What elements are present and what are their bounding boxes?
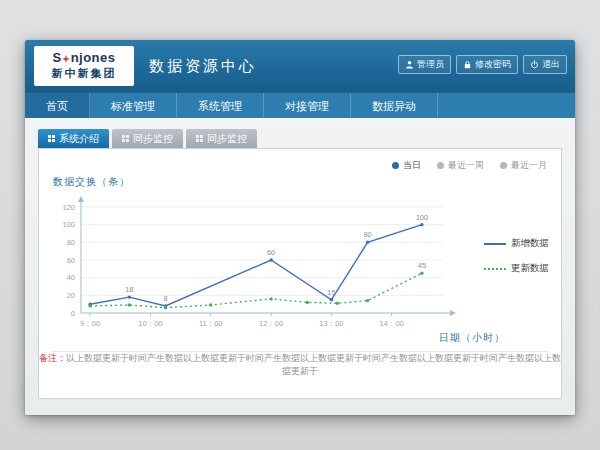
svg-text:18: 18	[125, 285, 133, 294]
lock-icon	[463, 60, 472, 69]
tab-sync-monitor-2[interactable]: 同步监控	[186, 129, 257, 148]
tab-label: 同步监控	[207, 129, 247, 148]
legend-dot	[437, 162, 444, 169]
svg-text:13：00: 13：00	[319, 319, 343, 328]
svg-text:12：00: 12：00	[259, 319, 283, 328]
svg-text:15: 15	[327, 288, 335, 297]
app-title: 数据资源中心	[149, 40, 257, 92]
svg-text:40: 40	[67, 273, 75, 282]
svg-text:100: 100	[416, 213, 429, 222]
filter-last-week[interactable]: 最近一周	[437, 159, 484, 172]
svg-text:60: 60	[67, 256, 75, 265]
grid-icon	[122, 135, 129, 142]
footnote-prefix: 备注：	[39, 353, 66, 363]
legend-update-data: 更新数据	[484, 262, 549, 275]
nav-item-home[interactable]: 首页	[25, 93, 90, 118]
y-axis-title: 数据交换（条）	[53, 175, 130, 189]
legend-new-data: 新增数据	[484, 237, 549, 250]
x-axis-title: 日期（小时）	[439, 331, 505, 345]
chart-panel: 当日 最近一周 最近一月 数据交换（条） 0204060801001209：00…	[38, 148, 562, 399]
main-nav: 首页 标准管理 系统管理 对接管理 数据异动	[25, 92, 575, 118]
legend-dot	[392, 162, 399, 169]
series-label: 新增数据	[511, 237, 549, 250]
svg-text:14：00: 14：00	[380, 319, 404, 328]
filter-label: 最近一周	[448, 159, 484, 172]
line-chart: 0204060801001209：0010：0011：0012：0013：001…	[51, 193, 481, 345]
logo-wordmark: Snjones	[34, 51, 134, 65]
logo-text-right: njones	[71, 50, 116, 65]
svg-text:11：00: 11：00	[199, 319, 223, 328]
nav-item-standard-mgmt[interactable]: 标准管理	[90, 93, 177, 118]
app-window: Snjones 新中新集团 数据资源中心 管理员 修改密码 退出 首页 标准管理…	[25, 40, 575, 415]
svg-text:80: 80	[67, 238, 75, 247]
svg-text:20: 20	[67, 291, 75, 300]
legend-line-sample	[484, 243, 506, 245]
company-logo: Snjones 新中新集团	[34, 46, 134, 86]
power-icon	[530, 60, 539, 69]
filter-label: 当日	[403, 159, 421, 172]
series-label: 更新数据	[511, 262, 549, 275]
user-actions: 管理员 修改密码 退出	[398, 55, 567, 74]
tab-sync-monitor-1[interactable]: 同步监控	[112, 129, 183, 148]
change-password-button[interactable]: 修改密码	[456, 55, 518, 74]
app-header: Snjones 新中新集团 数据资源中心 管理员 修改密码 退出	[25, 40, 575, 92]
time-filter-legend: 当日 最近一周 最近一月	[392, 159, 547, 172]
svg-text:100: 100	[62, 220, 75, 229]
filter-last-month[interactable]: 最近一月	[500, 159, 547, 172]
footnote-text: 以上数据更新于时间产生数据以上数据更新于时间产生数据以上数据更新于时间产生数据以…	[66, 353, 561, 376]
user-icon	[405, 60, 414, 69]
admin-user-label: 管理员	[417, 58, 444, 71]
logout-label: 退出	[542, 58, 560, 71]
nav-item-integration-mgmt[interactable]: 对接管理	[264, 93, 351, 118]
content-area: 系统介绍 同步监控 同步监控 当日 最近一周	[25, 119, 575, 415]
grid-icon	[196, 135, 203, 142]
logo-star-icon	[62, 55, 70, 63]
svg-text:80: 80	[363, 230, 371, 239]
grid-icon	[48, 135, 55, 142]
legend-line-sample	[484, 268, 506, 270]
nav-item-data-change[interactable]: 数据异动	[351, 93, 438, 118]
change-password-label: 修改密码	[475, 58, 511, 71]
tab-label: 系统介绍	[59, 129, 99, 148]
filter-today[interactable]: 当日	[392, 159, 421, 172]
filter-label: 最近一月	[511, 159, 547, 172]
svg-text:0: 0	[71, 309, 75, 318]
nav-item-system-mgmt[interactable]: 系统管理	[177, 93, 264, 118]
series-legend: 新增数据 更新数据	[484, 237, 549, 287]
logo-text-left: S	[52, 50, 61, 65]
svg-text:10：00: 10：00	[138, 319, 162, 328]
tab-label: 同步监控	[133, 129, 173, 148]
svg-text:120: 120	[62, 203, 75, 212]
admin-user-button[interactable]: 管理员	[398, 55, 451, 74]
svg-text:8: 8	[163, 294, 167, 303]
tab-bar: 系统介绍 同步监控 同步监控	[38, 129, 257, 148]
tab-system-intro[interactable]: 系统介绍	[38, 129, 109, 148]
svg-text:9：00: 9：00	[80, 319, 100, 328]
svg-text:60: 60	[267, 248, 275, 257]
svg-text:45: 45	[418, 261, 426, 270]
logo-company-name: 新中新集团	[34, 66, 134, 81]
footnote: 备注：以上数据更新于时间产生数据以上数据更新于时间产生数据以上数据更新于时间产生…	[39, 352, 561, 378]
legend-dot	[500, 162, 507, 169]
logout-button[interactable]: 退出	[523, 55, 567, 74]
